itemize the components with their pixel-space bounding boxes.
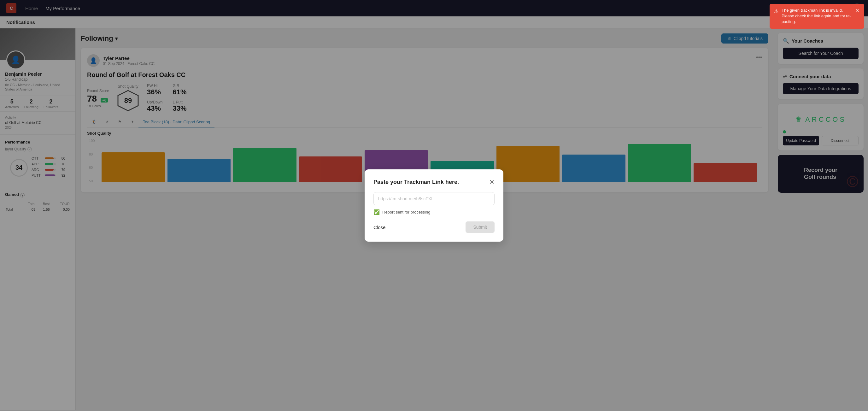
- error-message: The given trackman link is invalid. Plea…: [782, 7, 852, 25]
- modal-close-button[interactable]: Close: [373, 225, 385, 230]
- modal-submit-button[interactable]: Submit: [466, 221, 495, 233]
- modal-title: Paste your Trackman Link here.: [373, 179, 459, 186]
- check-circle-icon: ✅: [373, 209, 380, 215]
- error-toast-close[interactable]: ✕: [855, 7, 859, 13]
- trackman-modal: Paste your Trackman Link here. ✕ ✅ Repor…: [365, 169, 503, 242]
- modal-overlay: Paste your Trackman Link here. ✕ ✅ Repor…: [0, 0, 868, 410]
- modal-footer: Close Submit: [373, 221, 495, 233]
- modal-close-x-button[interactable]: ✕: [489, 178, 495, 186]
- warning-icon: ⚠: [774, 8, 778, 15]
- modal-header: Paste your Trackman Link here. ✕: [373, 178, 495, 186]
- trackman-link-input[interactable]: [373, 192, 495, 205]
- success-text: Report sent for processing: [382, 210, 430, 215]
- modal-success-message: ✅ Report sent for processing: [373, 209, 495, 215]
- error-toast: ⚠ The given trackman link is invalid. Pl…: [770, 4, 864, 29]
